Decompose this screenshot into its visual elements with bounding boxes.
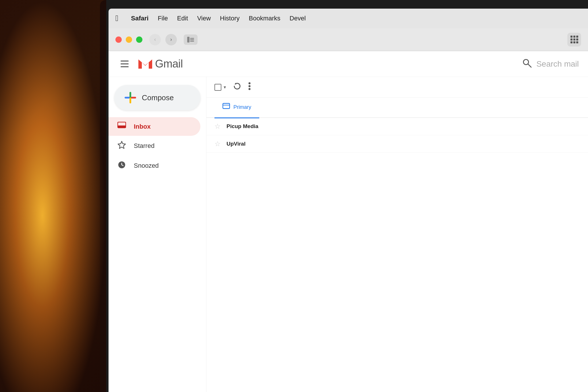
minimize-button[interactable] xyxy=(126,36,132,43)
menu-file[interactable]: File xyxy=(153,13,172,24)
email-list-area: ▾ xyxy=(206,77,588,392)
forward-icon: › xyxy=(170,36,172,43)
category-tabs: Primary xyxy=(206,98,588,118)
compose-plus-icon xyxy=(125,92,136,103)
svg-marker-8 xyxy=(118,141,125,148)
sidebar-item-snoozed[interactable]: Snoozed xyxy=(109,156,200,175)
traffic-lights xyxy=(115,36,142,43)
refresh-button[interactable] xyxy=(233,82,241,92)
menu-edit[interactable]: Edit xyxy=(173,13,193,24)
back-button[interactable]: ‹ xyxy=(149,34,161,45)
sidebar-toggle-button[interactable] xyxy=(184,34,198,45)
hamburger-line xyxy=(121,63,129,64)
grid-dots-icon xyxy=(570,36,578,43)
sidebar-item-inbox[interactable]: Inbox xyxy=(109,117,200,136)
svg-rect-2 xyxy=(190,39,194,40)
compose-button[interactable]: Compose xyxy=(114,85,200,110)
email-sender: Picup Media xyxy=(227,123,278,130)
gmail-wordmark: Gmail xyxy=(155,58,183,70)
search-icon xyxy=(522,58,532,70)
fullscreen-button[interactable] xyxy=(136,36,142,43)
browser-window: ‹ › xyxy=(109,28,588,392)
primary-tab-label: Primary xyxy=(233,104,251,110)
hamburger-line xyxy=(121,66,129,67)
menu-history[interactable]: History xyxy=(215,13,244,24)
inbox-label: Inbox xyxy=(134,123,151,130)
browser-toolbar: ‹ › xyxy=(109,28,588,51)
more-options-button[interactable] xyxy=(248,82,251,92)
gmail-logo: Gmail xyxy=(137,58,183,70)
primary-tab-icon xyxy=(223,103,230,112)
svg-point-13 xyxy=(249,82,251,84)
compose-label: Compose xyxy=(142,93,174,102)
gmail-sidebar: Compose Inbox xyxy=(109,77,206,392)
gmail-search-area[interactable]: Search mail xyxy=(522,58,579,70)
starred-label: Starred xyxy=(134,142,154,150)
search-mail-placeholder[interactable]: Search mail xyxy=(536,59,579,69)
svg-rect-1 xyxy=(190,38,194,39)
sidebar-item-starred[interactable]: Starred xyxy=(109,136,200,156)
email-row[interactable]: ☆ UpViral xyxy=(206,135,588,153)
snoozed-label: Snoozed xyxy=(134,162,159,169)
apps-grid-button[interactable] xyxy=(567,33,581,47)
gmail-m-icon xyxy=(137,58,153,70)
close-button[interactable] xyxy=(115,36,122,43)
email-toolbar: ▾ xyxy=(206,77,588,98)
screen-bezel:  Safari File Edit View History Bookmark… xyxy=(109,9,588,392)
menu-devel[interactable]: Devel xyxy=(285,13,310,24)
macos-menubar:  Safari File Edit View History Bookmark… xyxy=(109,9,588,28)
menu-bookmarks[interactable]: Bookmarks xyxy=(244,13,285,24)
gmail-body: Compose Inbox xyxy=(109,77,588,392)
inbox-icon xyxy=(117,122,127,131)
clock-icon xyxy=(117,160,127,171)
gmail-header: Gmail Search mail xyxy=(109,51,588,77)
checkbox-dropdown-icon[interactable]: ▾ xyxy=(224,84,226,90)
email-rows: ☆ Picup Media ☆ UpViral xyxy=(206,118,588,153)
svg-line-5 xyxy=(528,64,531,67)
svg-rect-0 xyxy=(187,37,189,43)
gmail-content: Gmail Search mail xyxy=(109,51,588,392)
email-star-icon[interactable]: ☆ xyxy=(214,122,221,130)
email-sender: UpViral xyxy=(227,141,278,147)
svg-rect-16 xyxy=(223,103,230,109)
menu-safari[interactable]: Safari xyxy=(126,13,153,24)
svg-point-14 xyxy=(249,85,251,87)
apple-logo-icon[interactable]:  xyxy=(115,14,118,23)
tab-primary[interactable]: Primary xyxy=(214,97,259,118)
checkbox-icon xyxy=(214,84,221,91)
laptop-frame:  Safari File Edit View History Bookmark… xyxy=(100,0,588,392)
blur-overlay xyxy=(0,0,106,392)
select-all-checkbox[interactable]: ▾ xyxy=(214,84,226,91)
star-icon xyxy=(117,140,127,151)
svg-point-15 xyxy=(249,88,251,90)
hamburger-menu-button[interactable] xyxy=(118,57,133,72)
email-row[interactable]: ☆ Picup Media xyxy=(206,118,588,135)
hamburger-line xyxy=(121,61,129,61)
email-star-icon[interactable]: ☆ xyxy=(214,140,221,148)
svg-rect-3 xyxy=(190,41,194,42)
forward-button[interactable]: › xyxy=(165,34,177,45)
sidebar-toggle-icon xyxy=(187,37,194,43)
back-icon: ‹ xyxy=(154,36,156,43)
menu-view[interactable]: View xyxy=(193,13,215,24)
